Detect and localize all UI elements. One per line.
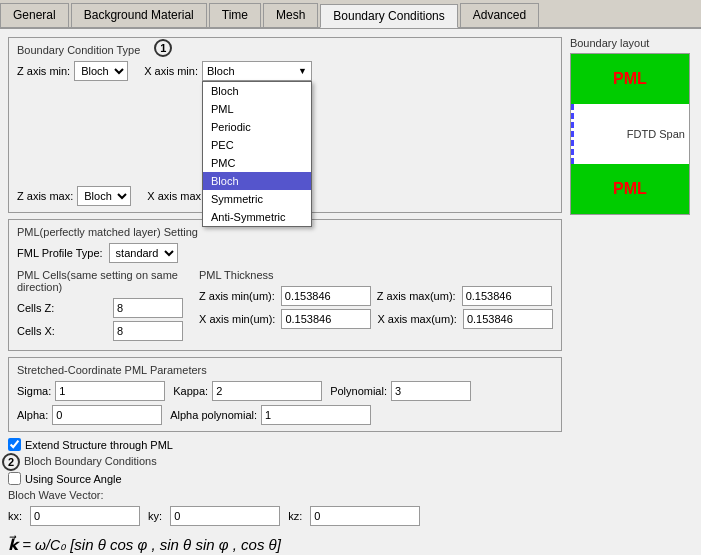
tab-advanced[interactable]: Advanced [460, 3, 539, 27]
sigma-input[interactable] [55, 381, 165, 401]
pml-setting-section: PML(perfectly matched layer) Setting FML… [8, 219, 562, 351]
z-axis-max-label: Z axis max: [17, 190, 73, 202]
polynomial-label: Polynomial: [330, 385, 387, 397]
right-panel: Boundary layout PML FDTD Span PML [570, 37, 700, 555]
using-source-angle-label: Using Source Angle [25, 473, 122, 485]
boundary-condition-type-section: Boundary Condition Type Z axis min: Bloc… [8, 37, 562, 213]
extend-structure-label: Extend Structure through PML [25, 439, 173, 451]
bloch-section: Using Source Angle Bloch Wave Vector: kx… [8, 472, 562, 526]
option-bloch-1[interactable]: Bloch [203, 82, 311, 100]
z-max-thick-input[interactable] [462, 286, 552, 306]
x-axis-min-dropdown-popup: Bloch PML Periodic PEC PMC Bloch Symmetr… [202, 81, 312, 227]
pml-top-label: PML [613, 70, 647, 87]
tab-general[interactable]: General [0, 3, 69, 27]
kx-input[interactable] [30, 506, 140, 526]
option-periodic[interactable]: Periodic [203, 118, 311, 136]
cells-z-label: Cells Z: [17, 302, 107, 314]
pml-profile-type-select[interactable]: standard [109, 243, 178, 263]
extend-structure-checkbox[interactable] [8, 438, 21, 451]
wave-vector-title: Bloch Wave Vector: [8, 489, 562, 501]
ky-label: ky: [148, 510, 162, 522]
z-axis-max-select[interactable]: Bloch [77, 186, 131, 206]
cells-z-input[interactable] [113, 298, 183, 318]
kz-label: kz: [288, 510, 302, 522]
kx-label: kx: [8, 510, 22, 522]
kappa-input[interactable] [212, 381, 322, 401]
extend-structure-row: Extend Structure through PML [8, 438, 562, 451]
kz-input[interactable] [310, 506, 420, 526]
pml-thickness-title: PML Thickness [199, 269, 553, 281]
x-min-thick-label: X axis min(um): [199, 313, 275, 325]
polynomial-input[interactable] [391, 381, 471, 401]
alpha-poly-label: Alpha polynomial: [170, 409, 257, 421]
x-axis-min-dropdown-trigger[interactable]: Bloch ▼ [202, 61, 312, 81]
z-min-thick-input[interactable] [281, 286, 371, 306]
pml-bottom-label: PML [613, 180, 647, 197]
pml-top-box: PML [571, 54, 689, 104]
x-min-thick-input[interactable] [281, 309, 371, 329]
x-axis-max-label: X axis max: [147, 190, 204, 202]
option-bloch-2[interactable]: Bloch [203, 172, 311, 190]
alpha-poly-input[interactable] [261, 405, 371, 425]
fdtd-label: FDTD Span [627, 128, 685, 140]
x-axis-min-dropdown-container: Bloch ▼ Bloch PML Periodic PEC PMC Bloch [202, 61, 312, 81]
cells-x-label: Cells X: [17, 325, 107, 337]
tab-background-material[interactable]: Background Material [71, 3, 207, 27]
ky-input[interactable] [170, 506, 280, 526]
option-symmetric[interactable]: Symmetric [203, 190, 311, 208]
pml-bottom-box: PML [571, 164, 689, 214]
z-min-thick-label: Z axis min(um): [199, 290, 275, 302]
boundary-layout-title: Boundary layout [570, 37, 700, 49]
formula-text: k⃗ = ω/C₀ [sin θ cos φ , sin θ sin φ , c… [8, 536, 281, 553]
x-axis-min-selected: Bloch [207, 65, 235, 77]
fdtd-box: FDTD Span [571, 104, 689, 164]
tab-bar: General Background Material Time Mesh Bo… [0, 0, 701, 29]
kappa-label: Kappa: [173, 385, 208, 397]
pml-setting-title: PML(perfectly matched layer) Setting [17, 226, 553, 238]
tab-mesh[interactable]: Mesh [263, 3, 318, 27]
sigma-label: Sigma: [17, 385, 51, 397]
stretched-coord-title: Stretched-Coordinate PML Parameters [17, 364, 553, 376]
option-anti-symmetric[interactable]: Anti-Symmetric [203, 208, 311, 226]
callout-2: 2 [2, 453, 20, 471]
pml-profile-type-label: FML Profile Type: [17, 247, 103, 259]
formula-area: k⃗ = ω/C₀ [sin θ cos φ , sin θ sin φ , c… [8, 532, 562, 555]
using-source-angle-checkbox[interactable] [8, 472, 21, 485]
tab-time[interactable]: Time [209, 3, 261, 27]
pml-cells-title: PML Cells(same setting on same direction… [17, 269, 183, 293]
dropdown-arrow: ▼ [298, 66, 307, 76]
option-pml[interactable]: PML [203, 100, 311, 118]
boundary-condition-type-title: Boundary Condition Type [17, 44, 553, 56]
main-content: Boundary Condition Type Z axis min: Bloc… [0, 29, 701, 555]
x-axis-min-label: X axis min: [144, 65, 198, 77]
stretched-coord-section: Stretched-Coordinate PML Parameters Sigm… [8, 357, 562, 432]
x-max-thick-label: X axis max(um): [377, 313, 456, 325]
option-pec[interactable]: PEC [203, 136, 311, 154]
option-pmc[interactable]: PMC [203, 154, 311, 172]
x-max-thick-input[interactable] [463, 309, 553, 329]
tab-boundary-conditions[interactable]: Boundary Conditions [320, 4, 457, 28]
bloch-conditions-title: Bloch Boundary Conditions [24, 455, 562, 467]
z-axis-min-select[interactable]: Bloch [74, 61, 128, 81]
alpha-input[interactable] [52, 405, 162, 425]
alpha-label: Alpha: [17, 409, 48, 421]
z-axis-min-label: Z axis min: [17, 65, 70, 77]
cells-x-input[interactable] [113, 321, 183, 341]
z-max-thick-label: Z axis max(um): [377, 290, 456, 302]
